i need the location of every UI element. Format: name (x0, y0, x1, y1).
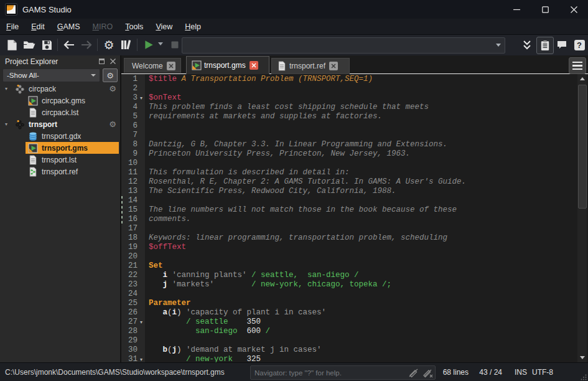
scroll-down-icon[interactable] (577, 353, 587, 362)
line-number: 14 (121, 196, 138, 205)
menu-help[interactable]: Help (179, 20, 207, 34)
fold-spacer (138, 280, 145, 289)
file-row-trnsport.gms[interactable]: trnsport.gms (0, 142, 120, 154)
tab-trnsport-ref[interactable]: trnsport.ref (271, 58, 350, 74)
project-row-trnsport[interactable]: ▾ trnsport⚙ (0, 118, 120, 130)
code-text: b(j) 'demand at market j in cases' (145, 346, 322, 355)
line-number: 5 (121, 112, 138, 121)
editor-line-27: 27▾ / seattle 350 (121, 318, 577, 327)
code-text (145, 159, 149, 168)
fold-spacer (138, 299, 145, 308)
gear-icon: ⚙ (106, 72, 114, 80)
file-row-circpack.gms[interactable]: circpack.gms (0, 95, 120, 106)
run-button[interactable] (141, 37, 157, 53)
close-panel-icon[interactable] (108, 57, 118, 65)
fold-spacer (138, 243, 145, 252)
editor-line-7: 7 (121, 131, 577, 140)
fold-spacer (138, 121, 145, 131)
fold-marker-icon[interactable]: ▾ (138, 318, 145, 327)
line-count: 68 lines (443, 368, 469, 377)
toolbar-separator (137, 39, 138, 51)
editor-line-3: 3▾$onText (121, 93, 577, 103)
line-number: 26 (121, 308, 138, 318)
process-log-button[interactable] (536, 37, 554, 54)
code-text (145, 196, 149, 205)
project-explorer-panel: Project Explorer -Show All- ⚙ ▾ circpack… (0, 55, 121, 362)
crossed-pen-x-icon[interactable] (421, 368, 434, 378)
menu-gams[interactable]: GAMS (51, 20, 86, 34)
fold-spacer (138, 75, 145, 84)
file-row-circpack.lst[interactable]: circpack.lst (0, 106, 120, 118)
minimize-button[interactable] (502, 0, 531, 19)
tab-close-icon[interactable] (329, 62, 338, 70)
menu-file[interactable]: File (0, 20, 25, 34)
line-number: 21 (121, 261, 138, 271)
editor-vertical-scrollbar[interactable] (577, 74, 587, 362)
menu-view[interactable]: View (149, 20, 179, 34)
file-row-trnsport.ref[interactable]: trnsport.ref (0, 166, 120, 177)
file-row-trnsport.gdx[interactable]: trnsport.gdx (0, 130, 120, 142)
tab-label: trnsport.gms (204, 61, 246, 70)
navigator-input[interactable] (251, 369, 408, 377)
settings-gear-button[interactable]: ⚙ (101, 37, 117, 53)
code-editor[interactable]: 1$title A Transportation Problem (TRNSPO… (121, 74, 588, 362)
back-arrow-button[interactable] (61, 37, 77, 53)
open-file-button[interactable] (21, 37, 37, 53)
project-options-gear-icon[interactable]: ⚙ (109, 84, 116, 93)
scroll-up-icon[interactable] (577, 74, 587, 83)
lst-file-icon (28, 155, 38, 165)
project-row-circpack[interactable]: ▾ circpack⚙ (0, 83, 120, 95)
fold-spacer (138, 131, 145, 140)
tab-list-menu-button[interactable] (569, 57, 586, 74)
tab-close-icon[interactable] (167, 62, 175, 70)
new-file-button[interactable] (4, 37, 20, 53)
code-text: This formulation is described in detail … (145, 168, 350, 177)
project-filter-select[interactable]: -Show All- (2, 68, 100, 82)
line-number: 10 (121, 159, 138, 168)
fold-spacer (138, 103, 145, 112)
save-button[interactable] (39, 37, 55, 53)
file-row-trnsport.lst[interactable]: trnsport.lst (0, 154, 120, 166)
maximize-button[interactable] (531, 0, 559, 19)
fold-spacer (138, 224, 145, 233)
editor-line-16: 16comments. (121, 215, 577, 224)
float-panel-icon[interactable] (97, 57, 106, 65)
code-text (145, 224, 149, 233)
menu-edit[interactable]: Edit (25, 20, 51, 34)
toolbar-separator (57, 39, 58, 51)
editor-line-4: 4This problem finds a least cost shippin… (121, 103, 577, 112)
code-text (145, 252, 149, 261)
project-options-gear-icon[interactable]: ⚙ (109, 120, 116, 129)
fold-marker-icon[interactable]: ▾ (138, 355, 145, 362)
gams-parameter-combobox[interactable] (182, 37, 505, 54)
fold-spacer (138, 149, 145, 159)
help-button[interactable]: ? (571, 37, 587, 53)
menu-tools[interactable]: Tools (119, 20, 149, 34)
resize-grip[interactable] (581, 374, 587, 380)
run-dropdown-icon[interactable] (158, 42, 163, 45)
crossed-pen-icon[interactable] (408, 368, 420, 378)
model-library-button[interactable] (118, 37, 134, 53)
double-chevron-down-button[interactable] (519, 37, 535, 53)
scrollbar-thumb[interactable] (578, 85, 587, 209)
comment-bubble-button[interactable] (554, 37, 570, 53)
fold-marker-icon[interactable]: ▾ (138, 93, 145, 103)
close-button[interactable] (559, 0, 588, 19)
code-text: Set (145, 261, 163, 271)
explorer-settings-button[interactable]: ⚙ (103, 68, 118, 82)
project-filter-value: -Show All- (7, 72, 39, 79)
menu-miro: MIRO (86, 20, 119, 34)
file-tab-icon (277, 61, 287, 71)
combobox-value (182, 40, 186, 49)
editor-line-22: 22 i 'canning plants' / seattle, san-die… (121, 271, 577, 280)
tab-trnsport-gms[interactable]: trnsport.gms (186, 56, 269, 74)
expand-arrow-icon[interactable]: ▾ (5, 121, 11, 127)
forward-arrow-button (78, 37, 95, 53)
tab-welcome[interactable]: Welcome (124, 58, 181, 73)
expand-arrow-icon[interactable]: ▾ (5, 86, 11, 92)
fold-spacer (138, 336, 145, 346)
file-name: trnsport.ref (42, 167, 78, 176)
editor-line-30: 30 b(j) 'demand at market j in cases' (121, 346, 577, 355)
tab-close-icon[interactable] (250, 61, 258, 70)
encoding-indicator: UTF-8 (532, 368, 553, 377)
